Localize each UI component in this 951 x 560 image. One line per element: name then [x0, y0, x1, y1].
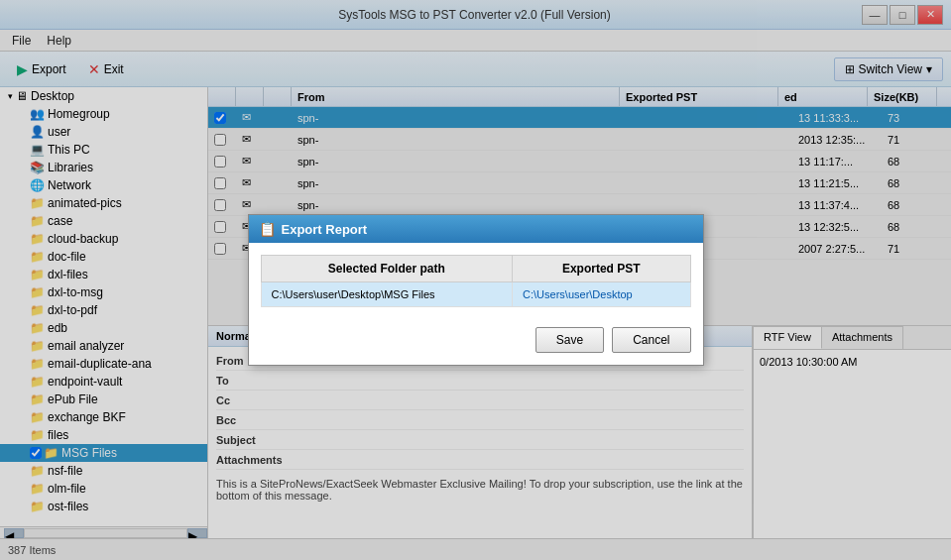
modal-exported-pst[interactable]: C:\Users\user\Desktop [513, 282, 690, 307]
modal-title-icon: 📋 [259, 221, 276, 237]
modal-title: Export Report [282, 222, 368, 237]
modal-body: Selected Folder path Exported PST C:\Use… [249, 243, 703, 319]
export-report-modal: 📋 Export Report Selected Folder path Exp… [248, 214, 704, 366]
modal-footer: Save Cancel [249, 319, 703, 365]
modal-overlay: 📋 Export Report Selected Folder path Exp… [0, 0, 951, 560]
modal-table-row[interactable]: C:\Users\user\Desktop\MSG Files C:\Users… [261, 282, 690, 307]
save-button[interactable]: Save [535, 327, 604, 353]
modal-col-folder: Selected Folder path [261, 256, 513, 282]
modal-col-exported: Exported PST [513, 256, 690, 282]
modal-title-bar: 📋 Export Report [249, 215, 703, 243]
modal-folder-path: C:\Users\user\Desktop\MSG Files [261, 282, 513, 307]
modal-table: Selected Folder path Exported PST C:\Use… [261, 255, 691, 307]
cancel-button[interactable]: Cancel [612, 327, 690, 353]
